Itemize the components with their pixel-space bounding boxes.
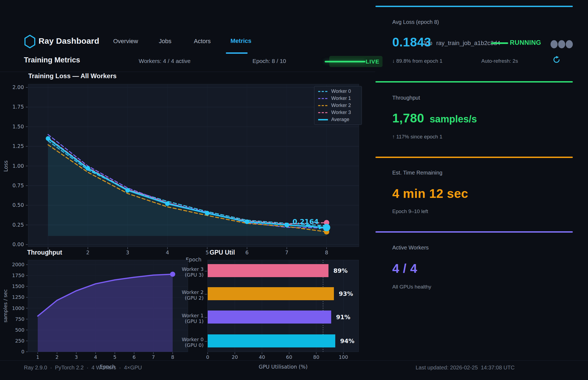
live-pulse-line [325,61,365,62]
svg-text:2: 2 [55,354,58,360]
overflow-menu-dots[interactable] [551,40,573,48]
metric-sub: All GPUs healthy [392,284,431,290]
svg-text:40: 40 [259,354,265,360]
svg-text:0.75: 0.75 [12,182,24,188]
svg-text:1.25: 1.25 [12,143,24,149]
legend: Worker 0Worker 1Worker 2Worker 3Average [314,86,362,125]
svg-text:0.00: 0.00 [12,241,24,247]
legend-item[interactable]: Worker 0 [318,89,358,94]
svg-text:1.00: 1.00 [12,163,24,169]
svg-text:7: 7 [285,249,288,255]
legend-item[interactable]: Worker 3 [318,110,358,115]
svg-text:0: 0 [21,349,24,354]
metric-value-number: 1,780 [392,111,424,125]
svg-text:8: 8 [325,249,328,255]
svg-text:0.50: 0.50 [12,202,24,208]
brand-title[interactable]: Ray Dashboard [39,36,99,46]
metric-value-active-workers: 4 / 4 [392,261,417,276]
metric-sub: Epoch 9–10 left [392,208,428,214]
svg-text:7: 7 [152,354,155,360]
legend-line-sample [318,104,328,107]
svg-text:1.50: 1.50 [12,123,24,129]
legend-item[interactable]: Worker 2 [318,103,358,108]
svg-text:4: 4 [166,249,169,255]
svg-text:(GPU 0): (GPU 0) [185,342,204,348]
legend-label: Worker 3 [331,110,351,115]
ray-dashboard: Ray Dashboard Overview Jobs Actors Metri… [0,0,588,380]
svg-text:6: 6 [245,249,249,255]
svg-text:0.2164: 0.2164 [293,218,319,226]
svg-text:1000: 1000 [12,305,24,311]
auto-refresh-label: Auto-refresh: 2s [481,58,518,64]
svg-text:samples / sec: samples / sec [2,289,8,323]
workers-status: Workers: 4 / 4 active [139,58,191,64]
metric-value-throughput: 1,780 samples/s [392,111,477,125]
svg-text:1250: 1250 [12,294,24,300]
metric-value-time-remaining: 4 min 12 sec [392,186,468,201]
svg-text:94%: 94% [340,338,355,344]
legend-line-sample [318,112,328,114]
card-accent-time-remaining [375,157,573,158]
legend-item[interactable]: Average [318,117,358,122]
metric-label: Throughput [392,95,420,101]
footer-version-info: Ray 2.9.0 · PyTorch 2.2 · 4 Workers · 4×… [24,365,142,371]
footer-divider [0,360,588,361]
svg-text:89%: 89% [333,267,348,274]
svg-text:GPU Utilisation (%): GPU Utilisation (%) [259,364,308,370]
legend-line-sample [318,119,328,121]
legend-label: Worker 0 [331,88,351,94]
legend-label: Average [331,117,349,122]
svg-text:2.00: 2.00 [12,84,24,90]
svg-text:91%: 91% [336,314,350,321]
legend-label: Worker 1 [331,96,351,101]
card-accent-throughput [375,81,573,83]
legend-label: Worker 2 [331,103,351,108]
metric-label: Active Workers [392,245,429,251]
nav-tab-metrics[interactable]: Metrics [230,37,251,45]
metric-sub: ↓ 89.8% from epoch 1 [392,58,442,64]
menu-dot [558,40,565,48]
svg-text:750: 750 [15,316,24,322]
menu-dot [551,40,558,48]
job-status-badge: RUNNING [510,39,541,46]
page-title: Training Metrics [24,56,80,64]
svg-text:Worker 2: Worker 2 [182,289,204,295]
svg-text:60: 60 [286,354,292,360]
gpu-util-chart: 02040608010089%Worker 3(GPU 3)93%Worker … [168,256,375,375]
svg-text:Worker 0: Worker 0 [182,337,204,342]
svg-text:1750: 1750 [12,273,24,278]
chart-title-throughput: Throughput [27,249,62,256]
svg-text:1.75: 1.75 [12,104,24,110]
legend-item[interactable]: Worker 1 [318,96,358,101]
nav-tab-overview[interactable]: Overview [113,38,138,45]
live-label: LIVE [366,58,380,65]
card-accent-active-workers [375,231,573,233]
metric-sub: ↑ 117% since epoch 1 [392,134,442,140]
svg-text:80: 80 [313,354,320,360]
refresh-icon[interactable] [553,56,560,64]
svg-text:Worker 1: Worker 1 [182,313,204,318]
metric-label: Avg Loss (epoch 8) [392,19,439,25]
svg-text:3: 3 [126,249,129,255]
epoch-status: Epoch: 8 / 10 [252,58,286,64]
svg-text:5: 5 [113,354,116,360]
active-tab-underline [226,52,248,54]
svg-text:2000: 2000 [12,262,24,267]
svg-text:6: 6 [132,354,135,360]
svg-text:500: 500 [15,327,24,333]
legend-line-sample [318,97,328,100]
metric-label: Est. Time Remaining [392,170,442,176]
svg-text:(GPU 3): (GPU 3) [185,272,204,278]
svg-text:Loss: Loss [3,160,9,172]
job-status-dash [491,42,508,44]
svg-text:4: 4 [94,354,97,360]
svg-text:0: 0 [206,354,209,360]
svg-text:250: 250 [15,338,24,344]
nav-tab-actors[interactable]: Actors [194,38,211,45]
svg-text:(GPU 2): (GPU 2) [185,295,204,301]
metric-value-avg-loss: 0.1843 [392,35,431,49]
svg-text:Worker 3: Worker 3 [182,266,204,272]
nav-tab-jobs[interactable]: Jobs [159,38,171,45]
ray-logo-icon[interactable] [24,34,36,49]
svg-text:3: 3 [75,354,78,360]
